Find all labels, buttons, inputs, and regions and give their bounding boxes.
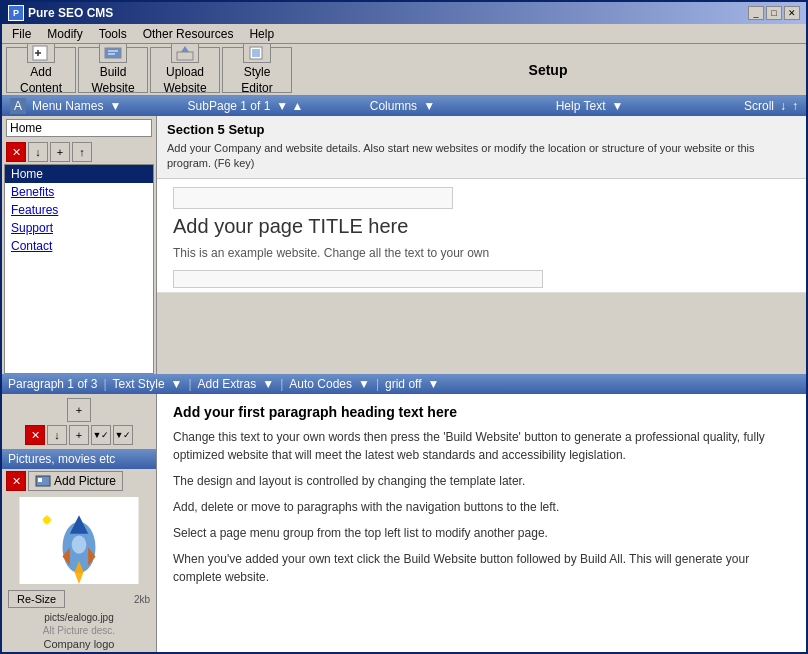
menu-modify[interactable]: Modify (39, 25, 90, 43)
picture-alt: Alt Picture desc. (2, 625, 156, 636)
para-add-top[interactable]: + (67, 398, 91, 422)
menu-item-support[interactable]: Support (5, 219, 153, 237)
file-size: 2kb (134, 594, 150, 605)
style-editor-button[interactable]: StyleEditor (222, 47, 292, 93)
help-text-dropdown[interactable]: ▼ (611, 99, 623, 113)
main-window: P Pure SEO CMS _ □ ✕ File Modify Tools O… (0, 0, 808, 654)
text-style-label[interactable]: Text Style (113, 377, 165, 391)
page-title-area: Add your page TITLE here This is an exam… (157, 179, 806, 293)
paragraph-text-0[interactable]: Change this text to your own words then … (173, 428, 790, 464)
menu-item-contact[interactable]: Contact (5, 237, 153, 255)
resize-row: Re-Size 2kb (2, 588, 156, 610)
nav-buttons-row: ✕ ↓ + ↑ (2, 140, 156, 164)
upload-website-button[interactable]: UploadWebsite (150, 47, 220, 93)
para-delete[interactable]: ✕ (25, 425, 45, 445)
scroll-label: Scroll (744, 99, 774, 113)
columns-dropdown[interactable]: ▼ (423, 99, 435, 113)
menu-file[interactable]: File (4, 25, 39, 43)
main-area: ✕ ↓ + ↑ Home Benefits Features Support C… (2, 116, 806, 374)
grid-off-label[interactable]: grid off (385, 377, 421, 391)
para-toggle2[interactable]: ▼✓ (113, 425, 133, 445)
setup-label: Setup (294, 62, 802, 78)
window-title: Pure SEO CMS (28, 6, 113, 20)
svg-rect-11 (38, 478, 42, 482)
menu-item-features[interactable]: Features (5, 201, 153, 219)
add-picture-label: Add Picture (54, 474, 116, 488)
add-content-icon (31, 44, 51, 62)
move-up-button[interactable]: ↑ (72, 142, 92, 162)
menu-help[interactable]: Help (241, 25, 282, 43)
picture-filename: picts/ealogo.jpg (2, 610, 156, 625)
section-a: A (10, 98, 26, 114)
subpage-arrows[interactable]: ▼ ▲ (276, 99, 303, 113)
left-panel: ✕ ↓ + ↑ Home Benefits Features Support C… (2, 116, 157, 374)
menu-bar: File Modify Tools Other Resources Help (2, 24, 806, 44)
subpage-label: SubPage 1 of 1 (188, 99, 271, 113)
page-title[interactable]: Add your page TITLE here (173, 215, 790, 238)
columns-label: Columns (370, 99, 417, 113)
search-row (2, 116, 156, 140)
pictures-header-label: Pictures, movies etc (8, 452, 115, 466)
svg-rect-3 (105, 48, 121, 58)
setup-description: Add your Company and website details. Al… (167, 141, 796, 172)
add-button[interactable]: + (50, 142, 70, 162)
minimize-button[interactable]: _ (748, 6, 764, 20)
text-style-arrow[interactable]: ▼ (171, 377, 183, 391)
title-bar: P Pure SEO CMS _ □ ✕ (2, 2, 806, 24)
menu-names-dropdown[interactable]: ▼ (109, 99, 121, 113)
right-panel: Section 5 Setup Add your Company and web… (157, 116, 806, 374)
picture-delete[interactable]: ✕ (6, 471, 26, 491)
paragraph-text-4[interactable]: When you've added your own text click th… (173, 550, 790, 586)
menu-item-home[interactable]: Home (5, 165, 153, 183)
scroll-down[interactable]: ↓ (780, 99, 786, 113)
add-picture-button[interactable]: Add Picture (28, 471, 123, 491)
window-controls: _ □ ✕ (748, 6, 800, 20)
build-website-button[interactable]: BuildWebsite (78, 47, 148, 93)
top-section-bar: A Menu Names ▼ SubPage 1 of 1 ▼ ▲ Column… (2, 96, 806, 116)
grid-off-arrow[interactable]: ▼ (428, 377, 440, 391)
auto-codes-arrow[interactable]: ▼ (358, 377, 370, 391)
auto-codes-label[interactable]: Auto Codes (289, 377, 352, 391)
menu-tools[interactable]: Tools (91, 25, 135, 43)
menu-names-label: Menu Names (32, 99, 103, 113)
bottom-left-panel: + ✕ ↓ + ▼✓ ▼✓ Pictures, movies etc ✕ (2, 394, 157, 652)
add-extras-arrow[interactable]: ▼ (262, 377, 274, 391)
upload-website-label: UploadWebsite (163, 65, 206, 96)
paragraph-text-1[interactable]: The design and layout is controlled by c… (173, 472, 790, 490)
page-subtitle[interactable]: This is an example website. Change all t… (173, 246, 790, 260)
para-nav: + ✕ ↓ + ▼✓ ▼✓ (2, 394, 156, 449)
paragraph-content: Add your first paragraph heading text he… (157, 394, 806, 652)
picture-caption: Company logo (2, 636, 156, 652)
maximize-button[interactable]: □ (766, 6, 782, 20)
pictures-controls: ✕ Add Picture (2, 469, 156, 493)
paragraph-label: Paragraph 1 of 3 (8, 377, 97, 391)
setup-area: Section 5 Setup Add your Company and web… (157, 116, 806, 179)
build-website-label: BuildWebsite (91, 65, 134, 96)
pictures-header: Pictures, movies etc (2, 449, 156, 469)
svg-rect-6 (177, 52, 193, 60)
style-editor-icon (247, 44, 267, 62)
menu-other-resources[interactable]: Other Resources (135, 25, 242, 43)
para-toggle1[interactable]: ▼✓ (91, 425, 111, 445)
paragraph-text-3[interactable]: Select a page menu group from the top le… (173, 524, 790, 542)
setup-title: Section 5 Setup (167, 122, 796, 137)
svg-point-17 (72, 535, 87, 553)
delete-button[interactable]: ✕ (6, 142, 26, 162)
picture-icon (35, 474, 51, 488)
paragraph-text-2[interactable]: Add, delete or move to paragraphs with t… (173, 498, 790, 516)
add-content-button[interactable]: AddContent (6, 47, 76, 93)
picture-thumbnail (14, 497, 144, 584)
para-down[interactable]: ↓ (47, 425, 67, 445)
style-editor-label: StyleEditor (241, 65, 272, 96)
home-search-input[interactable] (6, 119, 152, 137)
close-button[interactable]: ✕ (784, 6, 800, 20)
scroll-up[interactable]: ↑ (792, 99, 798, 113)
paragraph-heading[interactable]: Add your first paragraph heading text he… (173, 404, 790, 420)
add-extras-label[interactable]: Add Extras (198, 377, 257, 391)
move-down-button[interactable]: ↓ (28, 142, 48, 162)
menu-item-benefits[interactable]: Benefits (5, 183, 153, 201)
para-add[interactable]: + (69, 425, 89, 445)
resize-button[interactable]: Re-Size (8, 590, 65, 608)
paragraph-toolbar: Paragraph 1 of 3 | Text Style ▼ | Add Ex… (2, 374, 806, 394)
add-content-label: AddContent (20, 65, 62, 96)
